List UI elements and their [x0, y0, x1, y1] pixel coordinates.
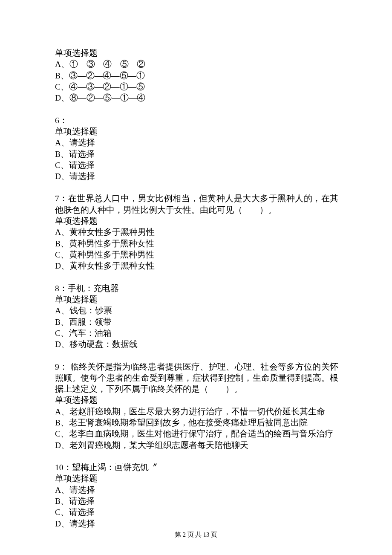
- option-b: B、西服：领带: [55, 317, 338, 328]
- option-d: D、黄种女性多于黑种女性: [55, 260, 338, 272]
- option-a: A、①—③—④—⑤—②: [55, 59, 338, 70]
- question-stem: 10：望梅止渴：画饼充饥〞: [55, 462, 338, 473]
- option-c: C、汽车：油箱: [55, 328, 338, 339]
- option-b: B、请选择: [55, 149, 338, 160]
- options-list: A、黄种女性多于黑种男性 B、黄种男性多于黑种女性 C、黄种男性多于黑种男性 D…: [55, 227, 338, 272]
- options-list: A、请选择 B、请选择 C、请选择 D、请选择: [55, 485, 338, 529]
- option-b: B、老王肾衰竭晚期希望回到故乡，他在接受疼痛处理后被同意出院: [55, 417, 338, 428]
- options-list: A、钱包：钞票 B、西服：领带 C、汽车：油箱 D、移动硬盘：数据线: [55, 305, 338, 350]
- question-10: 10：望梅止渴：画饼充饥〞 单项选择题 A、请选择 B、请选择 C、请选择 D、…: [55, 462, 338, 529]
- page-content: 单项选择题 A、①—③—④—⑤—② B、③—②—④—⑤—① C、④—③—②—①—…: [55, 48, 338, 541]
- question-stem: 9： 临终关怀是指为临终患者提供医疗、护理、心理、社会等多方位的关怀照顾。使每个…: [55, 361, 338, 395]
- option-d: D、老刘胃癌晚期，某大学组织志愿者每天陪他聊天: [55, 440, 338, 451]
- question-type-label: 单项选择题: [55, 473, 338, 484]
- question-stem: 8：手机：充电器: [55, 283, 338, 294]
- options-list: A、①—③—④—⑤—② B、③—②—④—⑤—① C、④—③—②—①—⑤ D、⑧—…: [55, 59, 338, 104]
- option-d: D、移动硬盘：数据线: [55, 339, 338, 350]
- question-6: 6： 单项选择题 A、请选择 B、请选择 C、请选择 D、请选择: [55, 115, 338, 182]
- question-9: 9： 临终关怀是指为临终患者提供医疗、护理、心理、社会等多方位的关怀照顾。使每个…: [55, 361, 338, 451]
- option-d: D、⑧—②—⑤—①—④: [55, 92, 338, 104]
- option-b: B、请选择: [55, 496, 338, 507]
- question-5-partial: 单项选择题 A、①—③—④—⑤—② B、③—②—④—⑤—① C、④—③—②—①—…: [55, 48, 338, 104]
- option-a: A、请选择: [55, 485, 338, 496]
- option-c: C、老李白血病晚期，医生对他进行保守治疗，配合适当的绘画与音乐治疗: [55, 428, 338, 439]
- question-type-label: 单项选择题: [55, 126, 338, 137]
- option-c: C、黄种男性多于黑种男性: [55, 249, 338, 260]
- question-type-label: 单项选择题: [55, 294, 338, 305]
- option-d: D、请选择: [55, 518, 338, 529]
- question-number: 6：: [55, 115, 338, 126]
- option-a: A、请选择: [55, 137, 338, 148]
- option-c: C、请选择: [55, 507, 338, 518]
- question-7: 7：在世界总人口中，男女比例相当，但黄种人是大大多于黑种人的，在其他肤色的人种中…: [55, 193, 338, 272]
- option-a: A、钱包：钞票: [55, 305, 338, 316]
- question-8: 8：手机：充电器 单项选择题 A、钱包：钞票 B、西服：领带 C、汽车：油箱 D…: [55, 283, 338, 350]
- question-type-label: 单项选择题: [55, 216, 338, 227]
- option-c: C、④—③—②—①—⑤: [55, 81, 338, 92]
- option-b: B、黄种男性多于黑种女性: [55, 238, 338, 249]
- option-c: C、请选择: [55, 160, 338, 171]
- question-type-label: 单项选择题: [55, 48, 338, 59]
- question-stem: 7：在世界总人口中，男女比例相当，但黄种人是大大多于黑种人的，在其他肤色的人种中…: [55, 193, 338, 216]
- option-d: D、请选择: [55, 171, 338, 182]
- options-list: A、请选择 B、请选择 C、请选择 D、请选择: [55, 137, 338, 182]
- option-a: A、黄种女性多于黑种男性: [55, 227, 338, 238]
- option-a: A、老赵肝癌晚期，医生尽最大努力进行治疗，不惜一切代价延长其生命: [55, 406, 338, 417]
- options-list: A、老赵肝癌晚期，医生尽最大努力进行治疗，不惜一切代价延长其生命 B、老王肾衰竭…: [55, 406, 338, 451]
- page-footer: 第 2 页 共 13 页: [0, 531, 392, 539]
- option-b: B、③—②—④—⑤—①: [55, 70, 338, 81]
- question-type-label: 单项选择题: [55, 395, 338, 406]
